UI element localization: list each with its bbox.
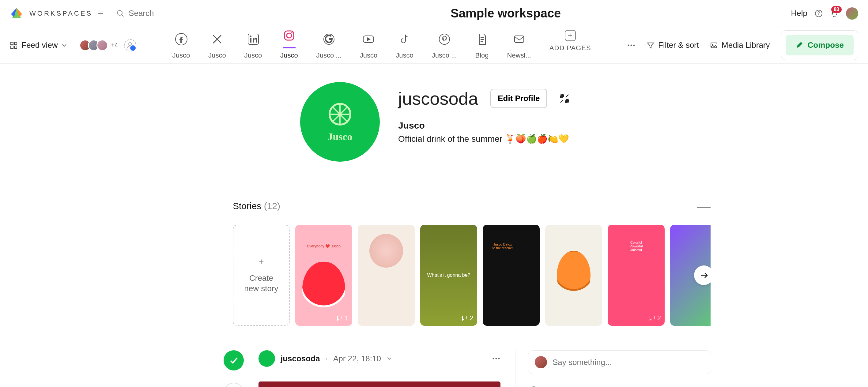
svg-point-29 — [493, 358, 494, 359]
svg-rect-12 — [284, 31, 294, 40]
story-caption: Colorful Powerful Juiceful — [630, 240, 643, 252]
compose-button[interactable]: Compose — [785, 35, 854, 56]
x-icon — [211, 33, 224, 45]
channel-instagram[interactable]: Jusco — [280, 30, 298, 61]
media-library-button[interactable]: Media Library — [710, 40, 770, 50]
svg-point-13 — [287, 33, 291, 38]
edit-profile-button[interactable]: Edit Profile — [490, 89, 547, 108]
channel-facebook[interactable]: Jusco — [173, 30, 190, 61]
story-caption: Jusco Detox to the rescue! — [493, 243, 513, 250]
notification-count-badge: 83 — [831, 6, 842, 13]
post-author-avatar — [258, 350, 275, 367]
feed-view-dropdown[interactable]: Feed view — [10, 40, 67, 50]
post-time-sep: · — [326, 354, 328, 363]
channel-google[interactable]: Jusco ... — [316, 30, 341, 61]
svg-point-17 — [439, 34, 450, 44]
svg-point-31 — [498, 358, 500, 359]
story-caption: What's it gonna be? — [427, 272, 470, 278]
pencil-icon — [796, 41, 803, 49]
create-story-button[interactable]: + Create new story — [233, 225, 290, 326]
approve-button[interactable] — [224, 350, 244, 370]
channel-tiktok[interactable]: Jusco — [396, 30, 413, 61]
avatar-overflow: +4 — [111, 42, 118, 49]
add-pages-button[interactable]: + ADD PAGES — [550, 30, 591, 61]
stories-collapse-button[interactable]: — — [697, 198, 711, 214]
svg-point-11 — [250, 35, 251, 37]
svg-rect-22 — [711, 43, 717, 48]
stories-count: (12) — [264, 201, 280, 211]
tiktok-icon — [398, 33, 411, 45]
svg-text:Jusco: Jusco — [328, 131, 352, 142]
profile-header: Jusco juscosoda Edit Profile Jusco Offic… — [300, 82, 868, 162]
channel-linkedin[interactable]: Jusco — [244, 30, 262, 61]
comment-input[interactable] — [553, 358, 704, 367]
stories-section: Stories (12) — + Create new story Everyb… — [233, 198, 868, 326]
svg-rect-18 — [515, 36, 524, 42]
profile-handle: juscosoda — [398, 88, 478, 109]
profile-avatar: Jusco — [300, 82, 380, 162]
post-image[interactable] — [258, 382, 500, 387]
google-icon — [322, 33, 335, 45]
top-bar: WORKSPACES Sample workspace Help ? 83 — [0, 0, 868, 27]
svg-point-0 — [117, 10, 122, 15]
story-comment-badge: 2 — [649, 314, 661, 322]
svg-point-30 — [496, 358, 497, 359]
svg-point-19 — [628, 44, 629, 46]
help-link[interactable]: Help — [791, 8, 807, 18]
story-item[interactable] — [358, 225, 415, 326]
story-item[interactable]: Everybody ❤️ Jusco 1 — [295, 225, 352, 326]
story-caption: Everybody ❤️ Jusco — [307, 244, 341, 248]
workspaces-label: WORKSPACES — [29, 9, 93, 18]
post: juscosoda · Apr 22, 18:10 Bryn · Apr 18 … — [224, 350, 868, 387]
channel-x[interactable]: Jusco — [208, 30, 226, 61]
more-options-button[interactable] — [627, 41, 636, 50]
document-icon — [476, 33, 489, 45]
collapse-icon[interactable] — [559, 93, 570, 104]
user-avatar[interactable] — [846, 7, 858, 20]
collaborator-avatars[interactable]: +4 — [79, 39, 118, 51]
linkedin-icon — [247, 33, 260, 45]
profile-bio: Official drink of the summer 🍹🍑🍏🍎🍋💛 — [398, 134, 570, 144]
instagram-badge — [224, 383, 244, 387]
channel-tabs: Jusco Jusco Jusco Jusco Jusco ... Jusco … — [136, 30, 627, 61]
channel-blog[interactable]: Blog — [475, 30, 489, 61]
help-icon[interactable]: ? — [815, 9, 823, 18]
svg-rect-4 — [11, 46, 13, 49]
post-more-button[interactable] — [492, 354, 500, 363]
svg-point-14 — [291, 32, 292, 33]
check-icon — [229, 356, 238, 365]
app-logo — [10, 7, 23, 20]
feed-view-label: Feed view — [22, 40, 58, 50]
story-item[interactable] — [545, 225, 602, 326]
chevron-down-icon[interactable] — [386, 356, 392, 361]
current-user-avatar — [535, 356, 547, 368]
search-input[interactable] — [129, 8, 220, 18]
svg-rect-3 — [11, 42, 13, 45]
svg-rect-5 — [14, 42, 17, 45]
channel-youtube[interactable]: Jusco — [360, 30, 377, 61]
search-icon[interactable] — [116, 9, 124, 18]
svg-point-21 — [633, 44, 635, 46]
chevron-down-icon — [62, 42, 67, 48]
image-icon — [710, 41, 718, 49]
workspaces-menu-icon[interactable] — [97, 10, 104, 17]
workspace-title: Sample workspace — [220, 6, 791, 20]
profile-name: Jusco — [398, 120, 570, 131]
story-comment-badge: 1 — [336, 314, 348, 322]
story-item[interactable]: Jusco Detox to the rescue! — [483, 225, 540, 326]
add-user-button[interactable] — [124, 39, 136, 52]
story-item[interactable]: What's it gonna be? 2 — [420, 225, 477, 326]
instagram-icon — [283, 29, 296, 42]
comment-icon — [649, 315, 655, 321]
channel-pinterest[interactable]: Jusco ... — [432, 30, 457, 61]
plus-icon: + — [258, 257, 264, 267]
channel-newsletter[interactable]: Newsl... — [507, 30, 531, 61]
story-comment-badge: 2 — [461, 314, 473, 322]
facebook-icon — [175, 33, 188, 45]
filter-sort-button[interactable]: Filter & sort — [647, 40, 699, 50]
post-time[interactable]: Apr 22, 18:10 — [333, 354, 381, 363]
notifications-button[interactable]: 83 — [830, 9, 839, 18]
filter-icon — [647, 41, 654, 49]
post-author-handle: juscosoda — [281, 354, 320, 363]
story-item[interactable]: Colorful Powerful Juiceful 2 — [608, 225, 664, 326]
